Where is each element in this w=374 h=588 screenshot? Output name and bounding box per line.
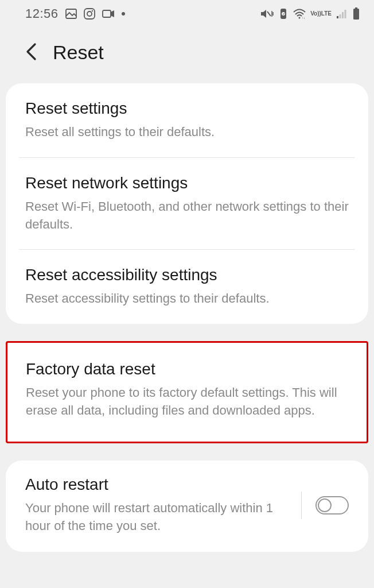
svg-rect-15 <box>340 14 341 18</box>
page-header: Reset <box>0 25 374 83</box>
reset-options-card: Reset settings Reset all settings to the… <box>6 83 368 324</box>
page-title: Reset <box>53 41 104 64</box>
toggle-knob <box>318 498 332 512</box>
svg-rect-18 <box>355 7 357 9</box>
svg-point-3 <box>91 10 92 11</box>
svg-point-11 <box>282 12 285 16</box>
item-subtitle: Reset all settings to their defaults. <box>25 123 349 141</box>
svg-rect-16 <box>342 12 344 18</box>
data-saver-icon <box>278 8 289 20</box>
svg-text:↑↓: ↑↓ <box>302 16 305 19</box>
auto-restart-item[interactable]: Auto restart Your phone will restart aut… <box>6 461 368 552</box>
svg-marker-6 <box>261 10 266 18</box>
battery-icon <box>352 7 360 20</box>
svg-rect-4 <box>103 10 111 17</box>
item-subtitle: Your phone will restart automatically wi… <box>25 500 292 535</box>
item-title: Auto restart <box>25 475 292 494</box>
camera-icon <box>102 9 115 18</box>
wifi-icon: ↑↓ <box>293 9 306 19</box>
svg-rect-14 <box>337 16 338 18</box>
item-subtitle: Reset accessibility settings to their de… <box>25 290 349 308</box>
factory-data-reset-item[interactable]: Factory data reset Reset your phone to i… <box>7 343 367 442</box>
instagram-icon <box>84 8 95 20</box>
signal-icon <box>336 9 348 19</box>
factory-data-reset-card: Factory data reset Reset your phone to i… <box>6 341 368 443</box>
item-subtitle: Reset Wi-Fi, Bluetooth, and other networ… <box>25 198 349 234</box>
more-dot-icon <box>122 12 125 16</box>
svg-line-7 <box>267 11 271 16</box>
auto-restart-card: Auto restart Your phone will restart aut… <box>6 461 368 552</box>
svg-marker-5 <box>111 10 114 17</box>
svg-rect-19 <box>353 9 359 20</box>
mute-vibrate-icon <box>260 8 274 20</box>
svg-rect-1 <box>84 9 95 19</box>
reset-accessibility-settings-item[interactable]: Reset accessibility settings Reset acces… <box>6 250 368 324</box>
svg-point-12 <box>299 17 301 19</box>
divider <box>301 492 302 519</box>
svg-point-2 <box>87 11 92 16</box>
item-title: Reset network settings <box>25 174 349 192</box>
item-subtitle: Reset your phone to its factory default … <box>26 384 348 420</box>
item-title: Reset accessibility settings <box>25 266 349 284</box>
reset-network-settings-item[interactable]: Reset network settings Reset Wi-Fi, Blue… <box>6 158 368 250</box>
svg-rect-17 <box>345 10 346 18</box>
item-title: Reset settings <box>25 99 349 118</box>
reset-settings-item[interactable]: Reset settings Reset all settings to the… <box>6 83 368 157</box>
volte-icon: Vo))LTE <box>310 11 332 17</box>
status-time: 12:56 <box>25 6 59 21</box>
gallery-icon <box>65 9 77 19</box>
auto-restart-toggle[interactable] <box>315 496 349 514</box>
back-icon[interactable] <box>24 42 38 64</box>
status-bar: 12:56 ↑↓ Vo))LTE <box>0 0 374 25</box>
item-title: Factory data reset <box>26 360 348 378</box>
